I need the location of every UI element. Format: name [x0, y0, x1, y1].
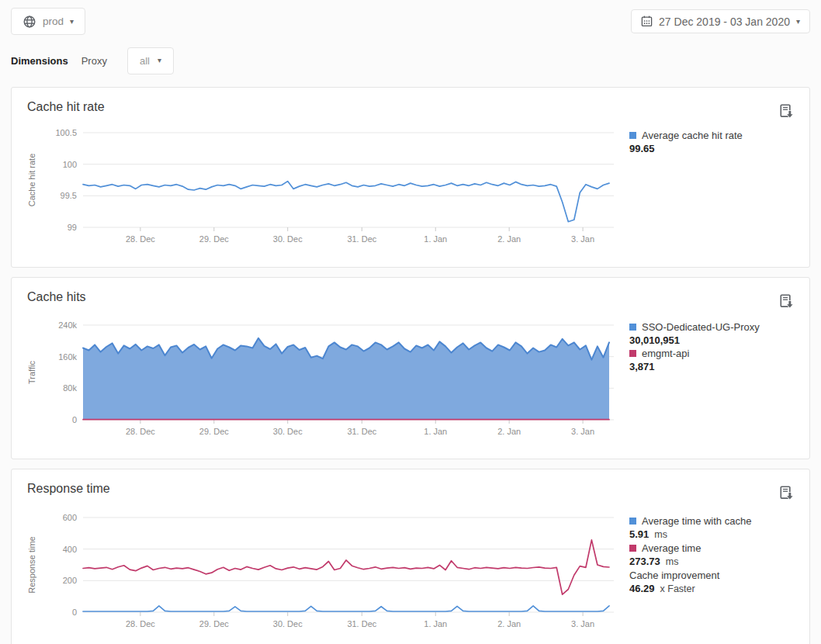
legend-value-unit: ms	[666, 556, 679, 567]
svg-text:Traffic: Traffic	[27, 361, 36, 384]
date-range-label: 27 Dec 2019 - 03 Jan 2020	[659, 16, 790, 28]
legend-value: 46.29x Faster	[629, 582, 812, 596]
svg-text:2. Jan: 2. Jan	[497, 619, 521, 628]
legend-item: Average time	[629, 542, 812, 555]
svg-text:29. Dec: 29. Dec	[199, 619, 229, 628]
legend-value: 99.65	[629, 142, 812, 155]
legend-item: Average time with cache	[629, 514, 812, 528]
panel-response-time: Response time 600400200028. Dec29. Dec30…	[11, 469, 810, 644]
export-report-glyph	[778, 103, 795, 120]
legend-label: Average time	[642, 542, 701, 555]
svg-text:240k: 240k	[58, 320, 77, 330]
svg-text:100.5: 100.5	[55, 128, 77, 137]
chevron-down-icon: ▾	[70, 18, 74, 26]
svg-text:31. Dec: 31. Dec	[347, 619, 376, 628]
chevron-down-icon: ▾	[796, 18, 800, 26]
export-report-icon[interactable]	[778, 293, 795, 310]
proxy-filter-value: all	[140, 55, 150, 67]
legend-swatch-icon	[629, 518, 636, 525]
svg-text:Response time: Response time	[27, 536, 36, 593]
panel-cache-hit-rate: Cache hit rate 100.510099.59928. Dec29. …	[11, 87, 810, 268]
dimensions-label: Dimensions	[11, 55, 68, 67]
export-report-icon[interactable]	[778, 103, 795, 120]
svg-text:30. Dec: 30. Dec	[273, 619, 303, 628]
svg-text:600: 600	[63, 513, 77, 522]
svg-text:3. Jan: 3. Jan	[571, 427, 594, 436]
panel-title: Response time	[27, 482, 110, 496]
svg-text:3. Jan: 3. Jan	[571, 619, 594, 628]
svg-text:31. Dec: 31. Dec	[347, 427, 376, 436]
legend-value: 30,010,951	[629, 334, 812, 347]
svg-text:28. Dec: 28. Dec	[126, 234, 155, 244]
svg-text:160k: 160k	[58, 352, 77, 362]
response-time-chart[interactable]: 600400200028. Dec29. Dec30. Dec31. Dec1.…	[24, 511, 622, 635]
chevron-down-icon: ▾	[158, 57, 161, 64]
cache-hit-rate-chart[interactable]: 100.510099.59928. Dec29. Dec30. Dec31. D…	[24, 126, 622, 251]
svg-text:2. Jan: 2. Jan	[497, 234, 521, 244]
legend-item: Average cache hit rate	[629, 129, 812, 142]
svg-text:99.5: 99.5	[61, 191, 77, 200]
date-range-picker[interactable]: 27 Dec 2019 - 03 Jan 2020 ▾	[631, 9, 810, 33]
legend-item: Cache improvement	[629, 569, 812, 582]
export-report-glyph	[778, 293, 795, 310]
legend-swatch-icon	[629, 350, 636, 357]
svg-text:3. Jan: 3. Jan	[571, 234, 594, 244]
legend-label: Average cache hit rate	[642, 129, 743, 142]
legend-label: Average time with cache	[642, 514, 751, 528]
svg-text:30. Dec: 30. Dec	[273, 234, 303, 244]
panel-title: Cache hit rate	[27, 100, 105, 114]
svg-text:31. Dec: 31. Dec	[347, 234, 376, 244]
svg-text:1. Jan: 1. Jan	[424, 427, 447, 436]
svg-text:1. Jan: 1. Jan	[424, 234, 447, 244]
legend-value: 5.91ms	[629, 528, 812, 542]
dimensions-bar: Dimensions Proxy all ▾	[11, 47, 174, 74]
legend-swatch-icon	[629, 324, 636, 331]
dimension-name: Proxy	[81, 55, 107, 67]
svg-text:400: 400	[63, 545, 77, 554]
svg-text:0: 0	[72, 608, 77, 617]
legend-item: SSO-Dedicated-UG-Proxy	[629, 320, 812, 334]
svg-text:2. Jan: 2. Jan	[497, 427, 521, 436]
svg-text:100: 100	[63, 160, 77, 169]
export-report-glyph	[778, 485, 795, 502]
svg-text:30. Dec: 30. Dec	[273, 427, 303, 436]
svg-text:29. Dec: 29. Dec	[199, 234, 229, 244]
legend-swatch-icon	[629, 545, 636, 552]
panel-cache-hits: Cache hits 240k160k80k028. Dec29. Dec30.…	[11, 277, 810, 459]
legend-value-unit: x Faster	[660, 583, 695, 594]
calendar-icon	[641, 16, 653, 27]
svg-text:28. Dec: 28. Dec	[126, 427, 155, 436]
svg-text:28. Dec: 28. Dec	[126, 619, 155, 628]
svg-text:0: 0	[72, 415, 77, 424]
legend: Average cache hit rate99.65	[629, 129, 812, 155]
legend: SSO-Dedicated-UG-Proxy30,010,951emgmt-ap…	[629, 320, 812, 373]
cache-hits-chart[interactable]: 240k160k80k028. Dec29. Dec30. Dec31. Dec…	[24, 319, 622, 443]
legend-label: Cache improvement	[629, 569, 719, 582]
legend-value-unit: ms	[654, 529, 667, 540]
proxy-filter-dropdown[interactable]: all ▾	[127, 47, 174, 74]
legend-swatch-icon	[629, 132, 636, 139]
svg-text:99: 99	[68, 223, 77, 232]
legend-label: SSO-Dedicated-UG-Proxy	[642, 320, 760, 334]
panel-title: Cache hits	[27, 290, 86, 304]
globe-icon	[23, 15, 36, 29]
legend-value: 3,871	[629, 360, 812, 373]
svg-text:1. Jan: 1. Jan	[424, 619, 447, 628]
export-report-icon[interactable]	[778, 485, 795, 502]
svg-text:Cache hit rate: Cache hit rate	[27, 154, 36, 206]
legend-item: emgmt-api	[629, 347, 812, 360]
legend: Average time with cache5.91msAverage tim…	[629, 514, 812, 596]
svg-text:80k: 80k	[63, 383, 77, 393]
environment-selector[interactable]: prod ▾	[11, 8, 85, 35]
legend-label: emgmt-api	[642, 347, 689, 360]
legend-value: 273.73ms	[629, 555, 812, 569]
svg-text:29. Dec: 29. Dec	[199, 427, 229, 436]
svg-text:200: 200	[63, 576, 77, 585]
environment-label: prod	[43, 16, 64, 27]
